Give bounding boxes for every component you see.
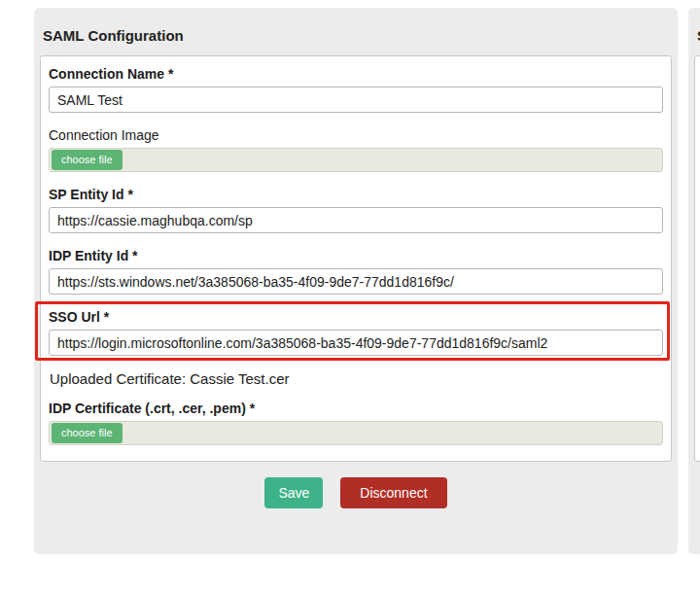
second-config-card: SAML Configuration Connection Name * Con…	[688, 8, 700, 554]
idp-certificate-label: IDP Certificate (.crt, .cer, .pem) *	[49, 401, 663, 416]
form-actions: Save Disconnect	[40, 477, 672, 508]
connection-name-label: Connection Name *	[49, 66, 663, 82]
idp-entity-id-input[interactable]	[49, 268, 663, 295]
sp-entity-id-label: SP Entity Id *	[49, 187, 663, 202]
sso-url-input[interactable]	[49, 330, 663, 356]
connection-image-file-input[interactable]: choose file	[49, 148, 663, 172]
second-config-form: Connection Name * Connection Image choos…	[694, 55, 700, 462]
field-connection-name: Connection Name *	[49, 66, 663, 113]
sp-entity-id-input[interactable]	[49, 207, 663, 233]
saml-config-form: Connection Name * Connection Image choos…	[40, 55, 672, 462]
field-connection-image: Connection Image choose file	[49, 127, 663, 172]
save-button[interactable]: Save	[264, 477, 323, 508]
disconnect-button[interactable]: Disconnect	[340, 477, 446, 508]
choose-file-button[interactable]: choose file	[52, 423, 122, 442]
idp-entity-id-label: IDP Entity Id *	[49, 248, 663, 263]
uploaded-certificate-text: Uploaded Certificate: Cassie Test.cer	[50, 370, 663, 387]
saml-config-card: SAML Configuration Connection Name * Con…	[34, 8, 678, 554]
sso-url-label: SSO Url *	[49, 309, 663, 325]
choose-file-button[interactable]: choose file	[52, 150, 122, 169]
field-idp-entity-id: IDP Entity Id *	[49, 248, 663, 295]
idp-certificate-file-input[interactable]: choose file	[49, 421, 663, 445]
page: SAML Configuration Connection Name * Con…	[0, 0, 700, 593]
field-sp-entity-id: SP Entity Id *	[49, 187, 663, 233]
field-idp-certificate: IDP Certificate (.crt, .cer, .pem) * cho…	[49, 401, 663, 445]
panel-title: SAML Configuration	[43, 27, 672, 44]
connection-name-input[interactable]	[49, 87, 663, 113]
field-sso-url: SSO Url *	[49, 309, 663, 356]
connection-image-label: Connection Image	[49, 127, 663, 143]
